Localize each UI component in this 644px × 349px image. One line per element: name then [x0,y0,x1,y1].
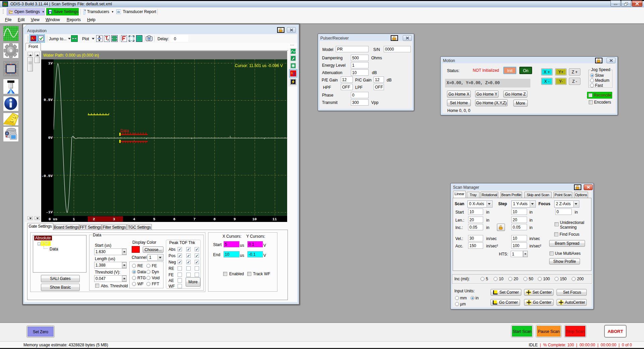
svg-text:a: a [107,38,109,41]
svg-text:2: 2 [293,72,295,76]
svg-text:Data: Data [120,128,129,133]
svg-text:Cursor: 11.501 us -0.096 V: Cursor: 11.501 us -0.096 V [235,63,283,68]
